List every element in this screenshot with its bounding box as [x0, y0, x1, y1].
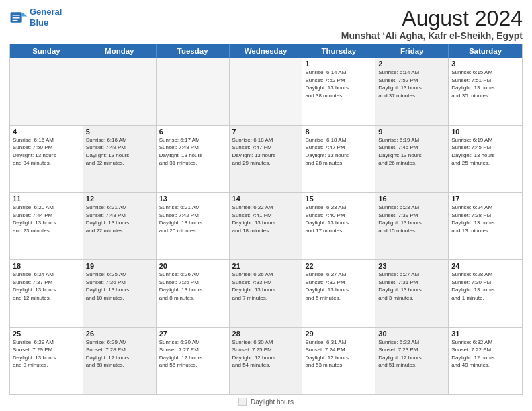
day-info-24: Sunrise: 6:28 AM Sunset: 7:30 PM Dayligh…	[451, 271, 519, 302]
day-cell-21: 21Sunrise: 6:26 AM Sunset: 7:33 PM Dayli…	[230, 260, 303, 326]
weekday-header-friday: Friday	[375, 44, 449, 58]
day-cell-29: 29Sunrise: 6:31 AM Sunset: 7:24 PM Dayli…	[302, 328, 375, 394]
day-cell-15: 15Sunrise: 6:23 AM Sunset: 7:40 PM Dayli…	[302, 193, 375, 259]
empty-cell	[157, 58, 230, 124]
day-info-4: Sunrise: 6:16 AM Sunset: 7:50 PM Dayligh…	[13, 136, 80, 167]
day-number-12: 12	[86, 195, 153, 203]
day-cell-1: 1Sunrise: 6:14 AM Sunset: 7:52 PM Daylig…	[302, 58, 375, 124]
day-number-19: 19	[86, 262, 153, 270]
calendar-week-3: 11Sunrise: 6:20 AM Sunset: 7:44 PM Dayli…	[10, 193, 522, 260]
day-number-20: 20	[159, 262, 226, 270]
day-cell-12: 12Sunrise: 6:21 AM Sunset: 7:43 PM Dayli…	[83, 193, 157, 259]
day-cell-28: 28Sunrise: 6:30 AM Sunset: 7:25 PM Dayli…	[230, 328, 303, 394]
daylight-box	[238, 398, 247, 406]
day-cell-11: 11Sunrise: 6:20 AM Sunset: 7:44 PM Dayli…	[10, 193, 83, 259]
day-info-11: Sunrise: 6:20 AM Sunset: 7:44 PM Dayligh…	[13, 203, 80, 234]
day-number-23: 23	[378, 262, 445, 270]
logo-icon	[9, 8, 28, 27]
day-number-9: 9	[378, 128, 445, 136]
day-number-26: 26	[86, 330, 153, 338]
day-info-9: Sunrise: 6:19 AM Sunset: 7:46 PM Dayligh…	[378, 136, 445, 167]
day-cell-22: 22Sunrise: 6:27 AM Sunset: 7:32 PM Dayli…	[302, 260, 375, 326]
svg-rect-3	[13, 17, 20, 19]
day-cell-30: 30Sunrise: 6:32 AM Sunset: 7:23 PM Dayli…	[375, 328, 449, 394]
day-cell-20: 20Sunrise: 6:26 AM Sunset: 7:35 PM Dayli…	[157, 260, 230, 326]
weekday-header-sunday: Sunday	[10, 44, 83, 58]
day-cell-14: 14Sunrise: 6:22 AM Sunset: 7:41 PM Dayli…	[230, 193, 303, 259]
day-cell-16: 16Sunrise: 6:23 AM Sunset: 7:39 PM Dayli…	[375, 193, 449, 259]
day-info-15: Sunrise: 6:23 AM Sunset: 7:40 PM Dayligh…	[305, 203, 372, 234]
calendar-week-1: 1Sunrise: 6:14 AM Sunset: 7:52 PM Daylig…	[10, 58, 522, 125]
day-number-10: 10	[451, 128, 519, 136]
logo-line2: Blue	[30, 17, 48, 28]
day-cell-24: 24Sunrise: 6:28 AM Sunset: 7:30 PM Dayli…	[449, 260, 522, 326]
calendar-week-2: 4Sunrise: 6:16 AM Sunset: 7:50 PM Daylig…	[10, 126, 522, 193]
day-number-8: 8	[305, 128, 372, 136]
weekday-header-saturday: Saturday	[449, 44, 522, 58]
day-info-5: Sunrise: 6:16 AM Sunset: 7:49 PM Dayligh…	[86, 136, 153, 167]
day-info-13: Sunrise: 6:21 AM Sunset: 7:42 PM Dayligh…	[159, 203, 226, 234]
header: General Blue August 2024 Munshat ‘Ali Ag…	[9, 7, 523, 41]
day-cell-6: 6Sunrise: 6:17 AM Sunset: 7:48 PM Daylig…	[157, 126, 230, 192]
day-info-10: Sunrise: 6:19 AM Sunset: 7:45 PM Dayligh…	[451, 136, 519, 167]
day-cell-31: 31Sunrise: 6:32 AM Sunset: 7:22 PM Dayli…	[449, 328, 522, 394]
day-info-20: Sunrise: 6:26 AM Sunset: 7:35 PM Dayligh…	[159, 271, 226, 302]
day-cell-19: 19Sunrise: 6:25 AM Sunset: 7:36 PM Dayli…	[83, 260, 157, 326]
day-number-17: 17	[451, 195, 519, 203]
day-cell-26: 26Sunrise: 6:29 AM Sunset: 7:28 PM Dayli…	[83, 328, 157, 394]
day-info-17: Sunrise: 6:24 AM Sunset: 7:38 PM Dayligh…	[451, 203, 519, 234]
day-cell-5: 5Sunrise: 6:16 AM Sunset: 7:49 PM Daylig…	[83, 126, 157, 192]
day-number-22: 22	[305, 262, 372, 270]
day-info-3: Sunrise: 6:15 AM Sunset: 7:51 PM Dayligh…	[451, 68, 519, 99]
calendar: SundayMondayTuesdayWednesdayThursdayFrid…	[9, 44, 523, 395]
day-number-4: 4	[13, 128, 80, 136]
day-number-13: 13	[159, 195, 226, 203]
day-number-24: 24	[451, 262, 519, 270]
day-info-28: Sunrise: 6:30 AM Sunset: 7:25 PM Dayligh…	[232, 338, 300, 369]
day-number-14: 14	[232, 195, 300, 203]
day-info-12: Sunrise: 6:21 AM Sunset: 7:43 PM Dayligh…	[86, 203, 153, 234]
day-number-1: 1	[305, 60, 372, 68]
weekday-header-wednesday: Wednesday	[230, 44, 303, 58]
empty-cell	[10, 58, 83, 124]
day-number-31: 31	[451, 330, 519, 338]
day-cell-4: 4Sunrise: 6:16 AM Sunset: 7:50 PM Daylig…	[10, 126, 83, 192]
weekday-header-tuesday: Tuesday	[157, 44, 230, 58]
day-number-6: 6	[159, 128, 226, 136]
day-info-30: Sunrise: 6:32 AM Sunset: 7:23 PM Dayligh…	[378, 338, 445, 369]
day-cell-10: 10Sunrise: 6:19 AM Sunset: 7:45 PM Dayli…	[449, 126, 522, 192]
day-info-29: Sunrise: 6:31 AM Sunset: 7:24 PM Dayligh…	[305, 338, 372, 369]
day-number-5: 5	[86, 128, 153, 136]
title-block: August 2024 Munshat ‘Ali Agha, Kafr el-S…	[341, 7, 523, 41]
calendar-header-row: SundayMondayTuesdayWednesdayThursdayFrid…	[10, 44, 522, 58]
day-info-1: Sunrise: 6:14 AM Sunset: 7:52 PM Dayligh…	[305, 68, 372, 99]
calendar-week-5: 25Sunrise: 6:29 AM Sunset: 7:29 PM Dayli…	[10, 328, 522, 394]
day-cell-8: 8Sunrise: 6:18 AM Sunset: 7:47 PM Daylig…	[302, 126, 375, 192]
daylight-label: Daylight hours	[251, 398, 294, 406]
page: General Blue August 2024 Munshat ‘Ali Ag…	[0, 0, 532, 411]
day-info-22: Sunrise: 6:27 AM Sunset: 7:32 PM Dayligh…	[305, 271, 372, 302]
weekday-header-monday: Monday	[83, 44, 157, 58]
svg-rect-4	[13, 19, 18, 21]
svg-rect-2	[13, 15, 20, 16]
day-number-27: 27	[159, 330, 226, 338]
day-cell-18: 18Sunrise: 6:24 AM Sunset: 7:37 PM Dayli…	[10, 260, 83, 326]
day-number-21: 21	[232, 262, 300, 270]
day-info-21: Sunrise: 6:26 AM Sunset: 7:33 PM Dayligh…	[232, 271, 300, 302]
day-cell-17: 17Sunrise: 6:24 AM Sunset: 7:38 PM Dayli…	[449, 193, 522, 259]
day-number-18: 18	[13, 262, 80, 270]
day-number-3: 3	[451, 60, 519, 68]
day-number-15: 15	[305, 195, 372, 203]
day-cell-23: 23Sunrise: 6:27 AM Sunset: 7:31 PM Dayli…	[375, 260, 449, 326]
day-number-11: 11	[13, 195, 80, 203]
day-info-23: Sunrise: 6:27 AM Sunset: 7:31 PM Dayligh…	[378, 271, 445, 302]
day-info-14: Sunrise: 6:22 AM Sunset: 7:41 PM Dayligh…	[232, 203, 300, 234]
day-info-25: Sunrise: 6:29 AM Sunset: 7:29 PM Dayligh…	[13, 338, 80, 369]
footer: Daylight hours	[9, 395, 523, 406]
empty-cell	[230, 58, 303, 124]
day-cell-25: 25Sunrise: 6:29 AM Sunset: 7:29 PM Dayli…	[10, 328, 83, 394]
day-cell-3: 3Sunrise: 6:15 AM Sunset: 7:51 PM Daylig…	[449, 58, 522, 124]
day-cell-27: 27Sunrise: 6:30 AM Sunset: 7:27 PM Dayli…	[157, 328, 230, 394]
day-info-27: Sunrise: 6:30 AM Sunset: 7:27 PM Dayligh…	[159, 338, 226, 369]
svg-marker-1	[22, 12, 28, 16]
